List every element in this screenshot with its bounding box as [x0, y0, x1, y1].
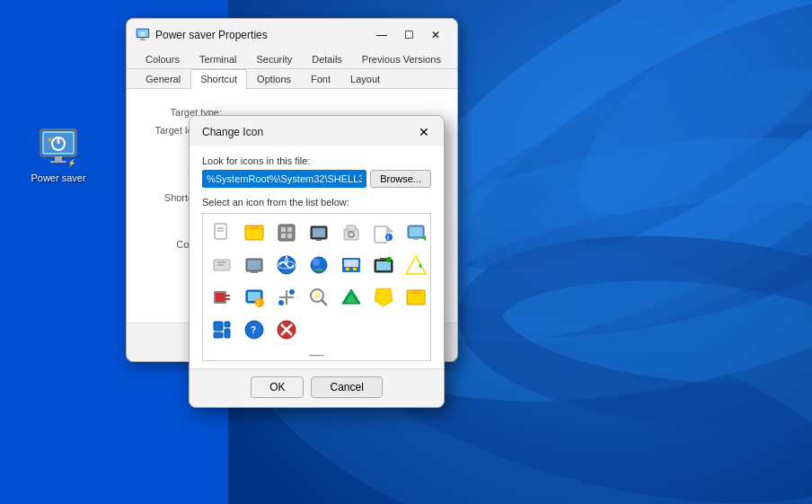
icons-grid-container[interactable]: i	[202, 213, 431, 361]
svg-rect-31	[287, 234, 292, 238]
icon-cell-20[interactable]: !	[239, 282, 269, 313]
file-path-input[interactable]	[202, 170, 366, 188]
icon-cell-5[interactable]	[336, 217, 366, 248]
icon-cell-14[interactable]	[336, 250, 366, 280]
svg-rect-57	[248, 261, 260, 270]
icons-grid: i	[207, 217, 427, 345]
svg-rect-38	[375, 226, 387, 243]
tab-previous-versions[interactable]: Previous Versions	[352, 49, 451, 68]
icon-cell-28[interactable]	[207, 314, 237, 345]
svg-text:i: i	[387, 234, 389, 241]
icon-cell-7[interactable]	[401, 217, 431, 248]
icon-cell-13[interactable]	[304, 250, 334, 280]
tab-details[interactable]: Details	[302, 49, 352, 68]
svg-rect-29	[287, 227, 292, 232]
minimize-button[interactable]: —	[369, 26, 394, 44]
icon-cell-29[interactable]: ?	[239, 314, 269, 345]
tab-colours[interactable]: Colours	[136, 49, 190, 68]
icon-cell-19[interactable]	[207, 282, 237, 313]
properties-titlebar: Power saver Properties — ☐ ✕	[127, 19, 457, 49]
tab-options[interactable]: Options	[247, 69, 301, 88]
tabs-row1-container: Colours Terminal Security Details Previo…	[127, 49, 457, 69]
svg-text:⚡: ⚡	[67, 158, 76, 167]
tab-shortcut[interactable]: Shortcut	[190, 69, 247, 89]
icon-cell-30[interactable]	[271, 314, 302, 345]
svg-rect-20	[139, 40, 146, 40]
svg-rect-11	[55, 156, 62, 161]
icon-cell-6[interactable]: i	[368, 217, 399, 248]
dialog-cancel-button[interactable]: Cancel	[311, 376, 382, 398]
scrollbar-indicator: —	[207, 345, 427, 361]
tabs-row2-container: General Shortcut Options Font Layout	[127, 69, 457, 89]
icon-cell-1[interactable]	[207, 217, 237, 248]
svg-rect-12	[50, 161, 66, 163]
icon-cell-11[interactable]	[239, 250, 269, 280]
tab-layout[interactable]: Layout	[340, 69, 390, 88]
svg-point-62	[313, 259, 320, 266]
svg-rect-105	[225, 322, 230, 327]
svg-text:!: !	[257, 300, 259, 306]
svg-line-91	[322, 300, 327, 305]
svg-rect-103	[214, 322, 223, 331]
svg-rect-30	[281, 234, 286, 238]
desktop: ⚡ Power saver Power saver Properties — ☐	[0, 0, 812, 504]
icon-cell-4[interactable]	[304, 217, 334, 248]
titlebar-controls: — ☐ ✕	[369, 26, 448, 44]
svg-point-88	[289, 289, 295, 295]
svg-point-61	[311, 257, 327, 273]
tab-font[interactable]: Font	[301, 69, 340, 88]
svg-rect-34	[316, 239, 322, 241]
tabs-row2: General Shortcut Options Font Layout	[127, 69, 457, 88]
icon-cell-15[interactable]	[368, 250, 399, 280]
icons-label: Select an icon from the list below:	[202, 197, 431, 208]
dialog-title: Change Icon	[202, 126, 263, 138]
icon-cell-10[interactable]	[207, 250, 237, 280]
icon-cell-3[interactable]	[271, 217, 302, 248]
icon-cell-21[interactable]	[271, 282, 302, 313]
dialog-ok-button[interactable]: OK	[251, 376, 304, 398]
svg-text:?: ?	[251, 325, 256, 335]
svg-marker-70	[406, 256, 426, 274]
svg-point-89	[278, 300, 284, 305]
svg-rect-33	[313, 228, 325, 237]
icon-cell-24[interactable]	[368, 282, 399, 313]
svg-rect-19	[141, 38, 145, 40]
dialog-content: Look for icons in this file: Browse... S…	[190, 146, 444, 368]
svg-rect-106	[225, 329, 230, 338]
close-button[interactable]: ✕	[423, 26, 448, 44]
icon-cell-16[interactable]	[401, 250, 431, 280]
maximize-button[interactable]: ☐	[396, 26, 421, 44]
svg-point-92	[314, 293, 320, 298]
properties-window-icon	[136, 28, 150, 42]
tabs-row1: Colours Terminal Security Details Previo…	[127, 49, 457, 68]
svg-rect-43	[413, 238, 419, 240]
svg-rect-65	[346, 268, 349, 270]
icon-cell-12[interactable]	[271, 250, 302, 280]
icon-cell-22[interactable]	[304, 282, 334, 313]
file-input-row: Browse...	[202, 170, 431, 188]
svg-rect-104	[214, 332, 223, 338]
properties-window-title: Power saver Properties	[155, 29, 268, 41]
tab-security[interactable]: Security	[246, 49, 302, 68]
desktop-icon-label: Power saver	[31, 172, 85, 183]
change-icon-dialog: Change Icon ✕ Look for icons in this fil…	[189, 115, 445, 408]
desktop-power-saver-icon[interactable]: ⚡ Power saver	[27, 126, 90, 183]
dialog-close-button[interactable]: ✕	[413, 123, 435, 141]
tab-general[interactable]: General	[136, 69, 190, 88]
svg-rect-64	[344, 260, 358, 267]
dialog-titlebar: Change Icon ✕	[190, 116, 444, 146]
dialog-footer: OK Cancel	[190, 368, 444, 407]
icon-cell-23[interactable]	[336, 282, 366, 313]
svg-rect-28	[281, 227, 286, 232]
icon-cell-2[interactable]	[239, 217, 269, 248]
browse-button[interactable]: Browse...	[370, 170, 431, 188]
icon-cell-25[interactable]	[401, 282, 431, 313]
power-saver-icon-img: ⚡	[37, 126, 80, 169]
svg-rect-27	[278, 225, 295, 241]
svg-rect-66	[353, 268, 357, 270]
svg-point-69	[386, 257, 392, 262]
tab-terminal[interactable]: Terminal	[190, 49, 247, 68]
svg-rect-36	[347, 225, 356, 231]
svg-rect-68	[376, 261, 391, 270]
file-label: Look for icons in this file:	[202, 155, 431, 166]
